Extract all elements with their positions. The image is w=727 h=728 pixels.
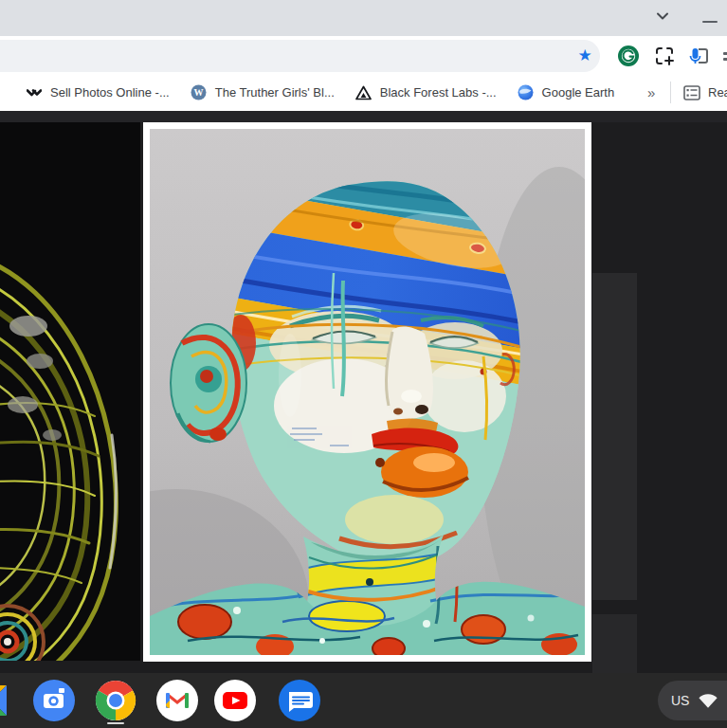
reading-list-button[interactable]: Rea (683, 74, 727, 111)
svg-text:W: W (193, 87, 203, 98)
app-camera[interactable] (33, 680, 75, 721)
page-content (0, 111, 727, 673)
wordpress-icon: W (191, 84, 207, 100)
grammarly-extension-icon[interactable] (617, 45, 640, 67)
wave-logo-icon (27, 85, 42, 100)
bookmark-black-forest-labs[interactable]: Black Forest Labs -... (355, 85, 497, 100)
background-thumbnail-panel (592, 273, 637, 600)
bookmark-label: Sell Photos Online -... (50, 85, 170, 100)
page-top-strip (0, 111, 727, 122)
bookmark-star-icon[interactable]: ★ (574, 46, 595, 66)
reading-list-label: Rea (708, 85, 727, 100)
previous-image-thumbnail[interactable] (0, 122, 140, 661)
keyboard-language-label: US (671, 693, 689, 708)
bookmarks-bar: Sell Photos Online -... W The Truther Gi… (0, 74, 727, 111)
minimize-button[interactable] (702, 21, 718, 23)
lightbox-image[interactable] (143, 122, 591, 662)
app-pinwheel-cropped[interactable] (0, 680, 12, 721)
bookmark-label: Black Forest Labs -... (380, 85, 497, 100)
chrome-active-indicator (107, 722, 124, 724)
app-youtube[interactable] (214, 680, 256, 721)
dark-outlined-head-image (0, 122, 140, 661)
chevron-down-icon[interactable] (652, 6, 673, 27)
chromeos-screen: ★ (0, 0, 727, 728)
omnibox-address-bar[interactable] (0, 40, 600, 72)
voice-panel-icon[interactable] (688, 45, 711, 67)
reading-list-icon (683, 85, 700, 100)
bookmarks-divider (670, 82, 671, 103)
screen-capture-icon[interactable] (653, 45, 676, 67)
cropped-edge-icon[interactable] (721, 45, 727, 67)
status-tray[interactable]: US (658, 681, 727, 720)
bookmark-label: Google Earth (542, 85, 615, 100)
chromeos-shelf: US (0, 673, 727, 728)
browser-toolbar: ★ (0, 36, 727, 74)
painted-mannequin-head-image (150, 129, 585, 655)
triangle-logo-icon (355, 85, 372, 100)
bookmarks-overflow-chevron[interactable]: » (647, 74, 655, 111)
bookmark-truther-girls[interactable]: W The Truther Girls' Bl... (191, 84, 335, 100)
app-messages[interactable] (279, 680, 320, 721)
bookmark-google-earth[interactable]: Google Earth (518, 84, 615, 100)
bookmark-label: The Truther Girls' Bl... (215, 85, 335, 100)
app-chrome-active[interactable] (95, 680, 136, 721)
bookmark-sell-photos[interactable]: Sell Photos Online -... (27, 85, 170, 100)
app-gmail[interactable] (156, 680, 198, 721)
window-frame-strip (0, 0, 727, 36)
earth-globe-icon (518, 84, 534, 100)
wifi-icon (698, 691, 718, 710)
background-thumbnail-panel (592, 614, 637, 673)
